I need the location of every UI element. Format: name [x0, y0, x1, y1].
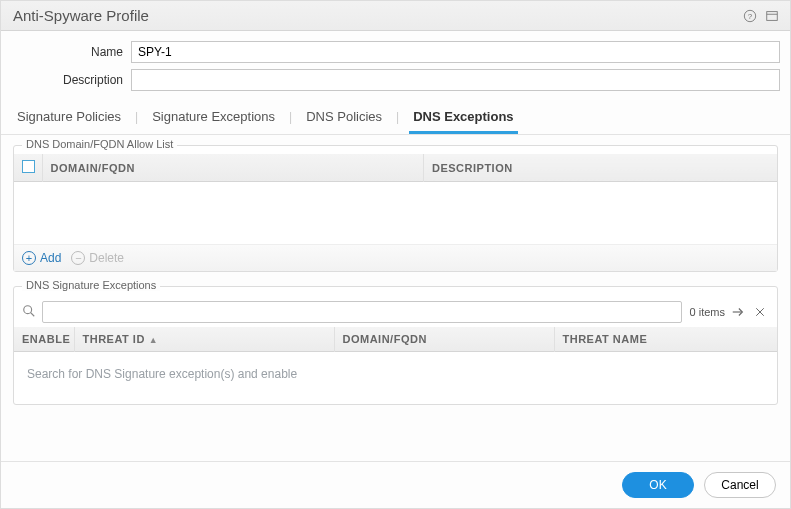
allow-list-body: [15, 183, 776, 243]
delete-button: − Delete: [71, 251, 124, 265]
tab-signature-policies[interactable]: Signature Policies: [13, 103, 125, 134]
col-threat-id-label: THREAT ID: [83, 333, 145, 345]
col-description[interactable]: DESCRIPTION: [424, 154, 778, 182]
sig-exceptions-legend: DNS Signature Exceptions: [22, 279, 160, 291]
description-row: Description: [11, 69, 780, 91]
arrow-right-icon[interactable]: [729, 303, 747, 321]
svg-line-5: [31, 313, 35, 317]
tab-separator: |: [289, 110, 292, 124]
name-input[interactable]: [131, 41, 780, 63]
col-threat-name[interactable]: THREAT NAME: [554, 327, 777, 352]
titlebar-controls: ?: [742, 8, 780, 24]
titlebar: Anti-Spyware Profile ?: [1, 1, 790, 31]
svg-point-4: [24, 306, 32, 314]
content-area: DNS Domain/FQDN Allow List DOMAIN/FQDN D…: [1, 135, 790, 508]
name-label: Name: [11, 45, 131, 59]
sig-exceptions-placeholder: Search for DNS Signature exception(s) an…: [15, 353, 776, 403]
help-icon[interactable]: ?: [742, 8, 758, 24]
search-icon: [22, 304, 38, 320]
sig-exceptions-table: ENABLE THREAT ID▲ DOMAIN/FQDN THREAT NAM…: [14, 327, 777, 404]
tab-separator: |: [135, 110, 138, 124]
dialog-title: Anti-Spyware Profile: [13, 7, 149, 24]
window-icon[interactable]: [764, 8, 780, 24]
cancel-button[interactable]: Cancel: [704, 472, 776, 498]
allow-list-actions: + Add − Delete: [14, 244, 777, 271]
search-input[interactable]: [42, 301, 682, 323]
description-label: Description: [11, 73, 131, 87]
col-threat-id[interactable]: THREAT ID▲: [74, 327, 334, 352]
svg-rect-2: [767, 11, 778, 20]
allow-list-legend: DNS Domain/FQDN Allow List: [22, 138, 177, 150]
tab-dns-policies[interactable]: DNS Policies: [302, 103, 386, 134]
col-enable[interactable]: ENABLE: [14, 327, 74, 352]
add-label: Add: [40, 251, 61, 265]
plus-icon: +: [22, 251, 36, 265]
item-count: 0 items: [690, 306, 725, 318]
sort-asc-icon: ▲: [149, 335, 158, 345]
anti-spyware-dialog: Anti-Spyware Profile ? Name Description …: [0, 0, 791, 509]
name-row: Name: [11, 41, 780, 63]
description-input[interactable]: [131, 69, 780, 91]
tab-separator: |: [396, 110, 399, 124]
allow-list-panel: DNS Domain/FQDN Allow List DOMAIN/FQDN D…: [13, 145, 778, 272]
checkbox-icon[interactable]: [22, 160, 35, 173]
tab-dns-exceptions[interactable]: DNS Exceptions: [409, 103, 517, 134]
form-area: Name Description: [1, 31, 790, 97]
col-domain[interactable]: DOMAIN/FQDN: [42, 154, 424, 182]
search-bar: 0 items: [14, 295, 777, 327]
allow-list-table: DOMAIN/FQDN DESCRIPTION: [14, 154, 777, 244]
tab-signature-exceptions[interactable]: Signature Exceptions: [148, 103, 279, 134]
svg-text:?: ?: [748, 11, 753, 20]
ok-button[interactable]: OK: [622, 472, 694, 498]
select-all-header[interactable]: [14, 154, 42, 182]
sig-exceptions-panel: DNS Signature Exceptions 0 items ENABLE: [13, 286, 778, 405]
add-button[interactable]: + Add: [22, 251, 61, 265]
col-domain-fqdn[interactable]: DOMAIN/FQDN: [334, 327, 554, 352]
tab-bar: Signature Policies | Signature Exception…: [1, 97, 790, 135]
dialog-footer: OK Cancel: [1, 461, 790, 508]
minus-icon: −: [71, 251, 85, 265]
clear-icon[interactable]: [751, 303, 769, 321]
delete-label: Delete: [89, 251, 124, 265]
